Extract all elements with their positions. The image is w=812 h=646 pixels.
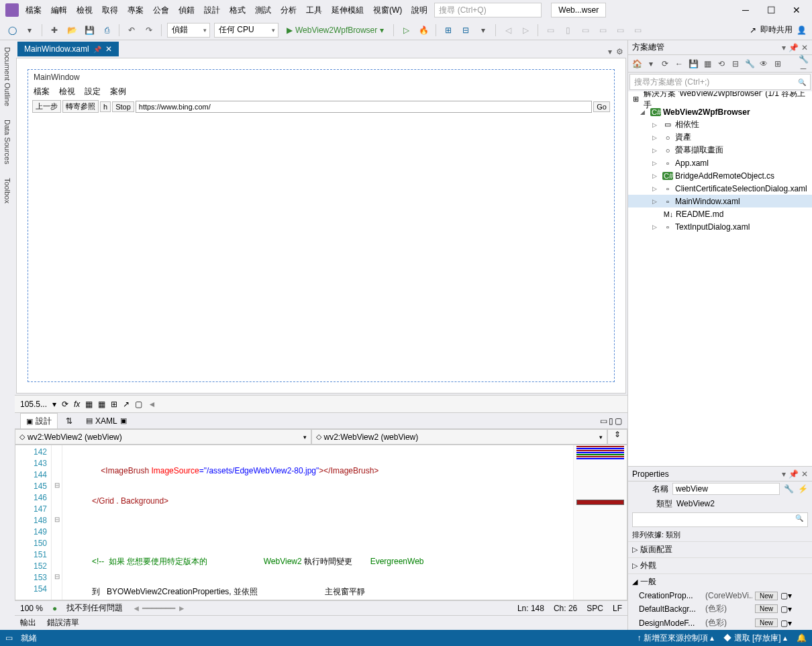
maximize-button[interactable]: ☐: [761, 5, 781, 15]
prop-name-input[interactable]: [672, 483, 780, 495]
tb-icon-9[interactable]: ▭: [631, 24, 644, 37]
save-all-icon[interactable]: ⎙: [100, 24, 113, 37]
grid2-icon[interactable]: ▦: [98, 400, 105, 409]
xaml-designer[interactable]: MainWindow 檔案檢視設定案例 上一步 轉寄參照 h Stop Go: [16, 58, 626, 394]
event-icon[interactable]: ⚡: [798, 484, 808, 494]
swap-panes-icon[interactable]: ⇅: [66, 416, 72, 426]
pin-icon[interactable]: ▾: [782, 43, 786, 52]
tab-design[interactable]: ▣ 設計: [20, 413, 58, 429]
refresh-icon[interactable]: ⟳: [62, 400, 68, 409]
tab-error-list[interactable]: 錯誤清單: [47, 617, 79, 629]
doc-tab-overflow-icon[interactable]: ▾: [608, 47, 612, 56]
account-icon[interactable]: 👤: [797, 26, 807, 35]
tab-toolbox[interactable]: Toolbox: [2, 174, 13, 207]
menu-debug[interactable]: 偵錯: [174, 2, 199, 19]
tb-icon-6[interactable]: ▭: [578, 24, 592, 37]
menu-tools[interactable]: 工具: [302, 2, 326, 19]
tb-icon-2[interactable]: ⊟: [459, 24, 472, 37]
tb-icon-8[interactable]: ▭: [613, 24, 627, 37]
preview-icon[interactable]: 👁: [758, 59, 770, 68]
close-tab-icon[interactable]: ✕: [105, 44, 112, 54]
wrench-icon[interactable]: 🔧: [784, 484, 794, 494]
close-icon[interactable]: ✕: [801, 43, 808, 52]
home-icon[interactable]: 🏠: [631, 59, 643, 68]
open-icon[interactable]: 📂: [65, 24, 79, 37]
preview-h-button[interactable]: h: [100, 101, 111, 112]
show-all-icon[interactable]: ▦: [701, 59, 713, 68]
doc-tab-mainwindow[interactable]: MainWindow.xaml📌✕: [17, 42, 119, 56]
tb-icon-4[interactable]: ▭: [544, 24, 557, 37]
collapse-icon[interactable]: ⊟: [729, 59, 742, 68]
menu-test[interactable]: 測試: [251, 2, 275, 19]
tb-icon-3[interactable]: ▾: [476, 24, 490, 37]
indent-out-icon[interactable]: ◁: [501, 24, 515, 37]
menu-project[interactable]: 專案: [123, 2, 148, 19]
redo-icon[interactable]: ↷: [142, 24, 156, 37]
menu-help[interactable]: 說明: [407, 2, 432, 19]
minimize-button[interactable]: ─: [735, 5, 756, 15]
prop-group-appearance[interactable]: ▷ 外觀: [628, 557, 812, 573]
designer-canvas[interactable]: MainWindow 檔案檢視設定案例 上一步 轉寄參照 h Stop Go: [28, 69, 615, 382]
element-combo-left[interactable]: ◇ wv2:WebView2 (webView): [15, 429, 311, 445]
filter-icon[interactable]: ⊞: [772, 59, 784, 68]
indent-in-icon[interactable]: ▷: [519, 24, 532, 37]
close-button[interactable]: ✕: [786, 5, 807, 15]
split-v-icon[interactable]: ▯: [609, 416, 613, 426]
grid-icon[interactable]: ▦: [85, 400, 93, 409]
prop-row[interactable]: CreationProp...(CoreWebVi...New▢▾: [628, 590, 812, 602]
notification-icon[interactable]: 🔔: [797, 633, 807, 643]
sync-icon[interactable]: ⟳: [659, 59, 671, 68]
select-repo-button[interactable]: ◆ 選取 [存放庫] ▴: [723, 633, 787, 644]
preview-back-button[interactable]: 上一步: [32, 100, 61, 113]
solution-tree[interactable]: ⊞解決方案 'WebView2WpfBrowser' (1/1 容易上手 ◢C#…: [628, 91, 812, 466]
code-content[interactable]: <ImageBrush ImageSource="/assets/EdgeWeb…: [62, 445, 573, 600]
indent-mode[interactable]: SPC: [587, 604, 603, 613]
props-icon[interactable]: 🔧: [744, 59, 756, 68]
tb-icon-5[interactable]: ▯: [561, 24, 574, 37]
zoom-combo[interactable]: 105.5...: [20, 400, 47, 409]
save-icon[interactable]: 💾: [687, 59, 699, 68]
properties-search[interactable]: [632, 512, 808, 527]
menu-format[interactable]: 格式: [225, 2, 250, 19]
sort-label[interactable]: 排列依據: 類別: [628, 528, 812, 541]
tb-icon-7[interactable]: ▭: [596, 24, 609, 37]
hot-reload-icon[interactable]: 🔥: [417, 24, 430, 37]
element-combo-right[interactable]: ◇ wv2:WebView2 (webView): [311, 429, 608, 445]
arrow-icon[interactable]: ↗: [123, 400, 130, 409]
menu-extensions[interactable]: 延伸模組: [327, 2, 368, 19]
code-editor[interactable]: 142143144145146147148149150151152153154 …: [15, 445, 627, 600]
preview-stop-button[interactable]: Stop: [112, 101, 134, 112]
back-icon[interactable]: ←: [673, 59, 685, 68]
menu-analyze[interactable]: 分析: [276, 2, 301, 19]
issues-text[interactable]: 找不到任何問題: [66, 602, 123, 614]
fx-icon[interactable]: fx: [74, 400, 80, 409]
menu-get[interactable]: 取得: [98, 2, 122, 19]
line-ending[interactable]: LF: [613, 604, 622, 613]
add-source-control-button[interactable]: ↑ 新增至來源控制項 ▴: [638, 633, 715, 644]
quick-search-input[interactable]: 搜尋 (Ctrl+Q): [434, 3, 542, 17]
prop-row[interactable]: DesignModeF...(色彩)New▢▾: [628, 616, 812, 630]
new-button[interactable]: New: [755, 618, 778, 627]
pin-icon[interactable]: 📌: [789, 43, 799, 52]
minimap[interactable]: [573, 445, 627, 600]
run-button[interactable]: WebView2WpfBrowser ▾: [283, 23, 388, 38]
menu-view[interactable]: 檢視: [72, 2, 97, 19]
tab-data-sources[interactable]: Data Sources: [2, 116, 13, 169]
platform-combo[interactable]: 任何 CPU: [214, 23, 278, 38]
fold-gutter[interactable]: ⊟⊟⊟: [52, 445, 62, 600]
config-combo[interactable]: 偵錯: [167, 23, 210, 38]
nav-back-icon[interactable]: ◯: [5, 24, 19, 37]
split-h-icon[interactable]: ▭: [600, 416, 607, 426]
menu-design[interactable]: 設計: [200, 2, 224, 19]
tb-icon-1[interactable]: ⊞: [442, 24, 455, 37]
preview-go-button[interactable]: Go: [593, 101, 610, 112]
menu-file[interactable]: 檔案: [21, 2, 46, 19]
refresh-icon[interactable]: ⟲: [715, 59, 727, 68]
split-full-icon[interactable]: ▢: [615, 416, 622, 426]
prop-group-general[interactable]: ◢ 一般: [628, 573, 812, 590]
tree-item-mainwindow[interactable]: ▷▫MainWindow.xaml: [628, 195, 812, 207]
box-icon[interactable]: ▢: [135, 400, 142, 409]
menu-edit[interactable]: 編輯: [47, 2, 71, 19]
live-share-button[interactable]: 即時共用: [760, 24, 793, 36]
menu-window[interactable]: 視窗(W): [369, 2, 406, 19]
